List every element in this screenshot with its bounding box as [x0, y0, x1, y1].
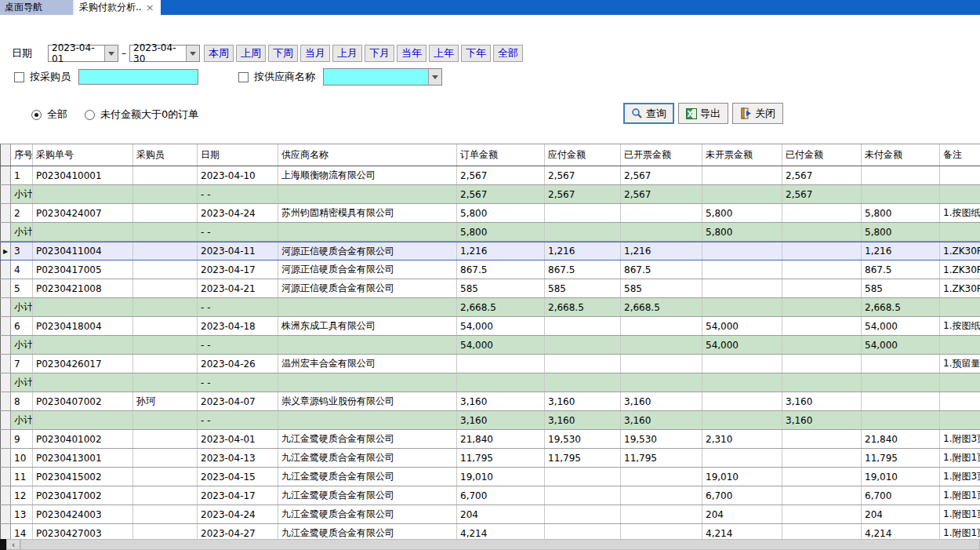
quick-range-button-3[interactable]: 当月 — [300, 45, 330, 62]
column-header[interactable]: 采购单号 — [33, 144, 133, 166]
table-row[interactable]: 6P02304180042023-04-18株洲东成工具有限公司54,00054… — [0, 317, 980, 336]
grid-cell — [782, 298, 862, 316]
row-indicator — [0, 355, 11, 373]
grid-cell — [133, 430, 198, 448]
quick-range-button-4[interactable]: 上月 — [332, 45, 362, 62]
grid-cell — [702, 449, 782, 467]
column-header[interactable]: 应付金额 — [545, 144, 621, 166]
supplier-select[interactable] — [323, 68, 442, 86]
table-row[interactable]: 7P02304260172023-04-26温州宏丰合金有限公司1.预留量 — [0, 355, 980, 373]
grid-cell: P0230421008 — [33, 279, 133, 297]
by-purchaser-checkbox[interactable] — [14, 72, 24, 82]
grid-cell: 2023-04-24 — [198, 204, 278, 222]
column-header[interactable]: 未付金额 — [862, 144, 940, 166]
subtotal-row[interactable]: 小计- -2,5672,5672,5672,567 — [0, 185, 980, 204]
query-button[interactable]: 查询 — [623, 103, 674, 124]
table-row[interactable]: 1P02304100012023-04-10上海顺衡物流有限公司2,5672,5… — [0, 166, 980, 185]
quick-range-button-7[interactable]: 上年 — [429, 45, 459, 62]
grid-cell — [782, 242, 862, 260]
grid-cell — [33, 373, 133, 392]
grid-cell — [133, 524, 198, 539]
grid-cell: 867.5 — [545, 260, 621, 279]
scope-radio-1[interactable]: 未付金额大于0的订单 — [85, 107, 198, 122]
grid-cell: 2023-04-17 — [198, 260, 278, 279]
grid-cell — [940, 336, 980, 354]
grid-cell: 5,800 — [862, 223, 940, 241]
column-header[interactable]: 序号 — [11, 144, 33, 166]
grid-cell: 11,795 — [862, 449, 940, 467]
quick-range-button-5[interactable]: 下月 — [365, 45, 394, 62]
grid-cell: 小计 — [11, 298, 33, 316]
grid-cell: 19,530 — [545, 430, 621, 448]
column-header[interactable]: 备注 — [940, 144, 980, 166]
table-row-selected[interactable]: ▶3P02304110042023-04-11河源正信硬质合金有限公司1,216… — [0, 242, 980, 260]
quick-range-button-2[interactable]: 下周 — [268, 45, 298, 62]
column-header[interactable]: 未开票金额 — [702, 144, 782, 166]
column-header[interactable]: 已付金额 — [782, 144, 862, 166]
radio-icon[interactable] — [85, 110, 95, 120]
dropdown-button[interactable] — [186, 46, 199, 61]
row-indicator — [0, 317, 11, 335]
by-supplier-checkbox[interactable] — [238, 72, 249, 82]
grid-cell — [940, 166, 980, 184]
tab-purchase-payment-analysis[interactable]: 采购付款分析.. × — [74, 0, 161, 15]
date-to-select[interactable]: 2023-04-30 — [129, 45, 200, 62]
table-row[interactable]: 10P02304130012023-04-13九江金鹭硬质合金有限公司11,79… — [0, 449, 980, 468]
grid-cell — [133, 411, 198, 429]
scrollbar-thumb[interactable] — [20, 539, 980, 550]
grid-cell: 5 — [11, 279, 33, 297]
subtotal-row[interactable]: 小计- - — [0, 373, 980, 392]
grid-cell: 2023-04-18 — [198, 317, 278, 335]
grid-cell: 1.附图3页 — [940, 468, 980, 486]
close-button[interactable]: 关闭 — [732, 103, 783, 124]
grid-cell: P0230415002 — [33, 468, 133, 486]
subtotal-row[interactable]: 小计- -5,8005,8005,800 — [0, 223, 980, 242]
scroll-left-button[interactable]: ‹ — [6, 539, 20, 550]
grid-cell: 2023-04-17 — [198, 486, 278, 504]
scope-radio-0[interactable]: 全部 — [31, 107, 67, 122]
export-button[interactable]: X 导出 — [678, 103, 728, 124]
table-row[interactable]: 14P02304270032023-04-27九江金鹭硬质合金有限公司4,214… — [0, 524, 980, 539]
grid-cell — [133, 279, 198, 297]
radio-icon[interactable] — [31, 110, 42, 120]
dropdown-button[interactable] — [428, 69, 441, 85]
date-label: 日期 — [12, 46, 48, 60]
horizontal-scrollbar[interactable]: ‹ — [0, 539, 980, 550]
quick-range-button-8[interactable]: 下年 — [461, 45, 491, 62]
purchaser-input[interactable] — [78, 69, 198, 85]
grid-cell: 1.ZK30F — [940, 260, 980, 279]
column-header[interactable]: 供应商名称 — [278, 144, 457, 166]
grid-cell: 12 — [11, 486, 33, 504]
table-row[interactable]: 8P0230407002孙珂2023-04-07崇义章源钨业股份有限公司3,16… — [0, 392, 980, 411]
grid-cell — [782, 355, 862, 373]
grid-cell: 585 — [545, 279, 621, 297]
quick-range-button-9[interactable]: 全部 — [493, 45, 523, 62]
subtotal-row[interactable]: 小计- -3,1603,1603,1603,160 — [0, 411, 980, 430]
table-row[interactable]: 11P02304150022023-04-15九江金鹭硬质合金有限公司19,01… — [0, 468, 980, 486]
grid-cell: 温州宏丰合金有限公司 — [278, 355, 457, 373]
column-header[interactable]: 日期 — [198, 144, 278, 166]
table-row[interactable]: 4P02304170052023-04-17河源正信硬质合金有限公司867.58… — [0, 260, 980, 279]
grid-cell: 6,700 — [702, 486, 782, 504]
tab-desktop-navigation[interactable]: 桌面导航 — [0, 0, 74, 15]
table-row[interactable]: 13P02304240032023-04-24九江金鹭硬质合金有限公司20420… — [0, 505, 980, 524]
table-row[interactable]: 2P02304240072023-04-24苏州钧固精密模具有限公司5,8005… — [0, 204, 980, 223]
dropdown-button[interactable] — [104, 46, 118, 61]
date-from-select[interactable]: 2023-04-01 — [48, 45, 118, 62]
subtotal-row[interactable]: 小计- -2,668.52,668.52,668.52,668.5 — [0, 298, 980, 317]
table-row[interactable]: 12P02304170022023-04-17九江金鹭硬质合金有限公司6,700… — [0, 486, 980, 505]
quick-range-button-1[interactable]: 上周 — [236, 45, 266, 62]
table-row[interactable]: 9P02304010022023-04-01九江金鹭硬质合金有限公司21,840… — [0, 430, 980, 449]
subtotal-row[interactable]: 小计- -54,00054,00054,000 — [0, 336, 980, 355]
grid-cell: 5,800 — [702, 223, 782, 241]
table-row[interactable]: 5P02304210082023-04-21河源正信硬质合金有限公司585585… — [0, 279, 980, 298]
quick-range-button-0[interactable]: 本周 — [204, 45, 234, 62]
column-header[interactable]: 订单金额 — [457, 144, 545, 166]
grid-cell — [702, 392, 782, 410]
tab-close-icon[interactable]: × — [146, 2, 154, 13]
column-header[interactable]: 已开票金额 — [621, 144, 702, 166]
quick-range-button-6[interactable]: 当年 — [397, 45, 426, 62]
column-header[interactable]: 采购员 — [133, 144, 198, 166]
splitter-handle[interactable] — [0, 539, 6, 550]
grid-cell: 2023-04-11 — [198, 242, 278, 260]
